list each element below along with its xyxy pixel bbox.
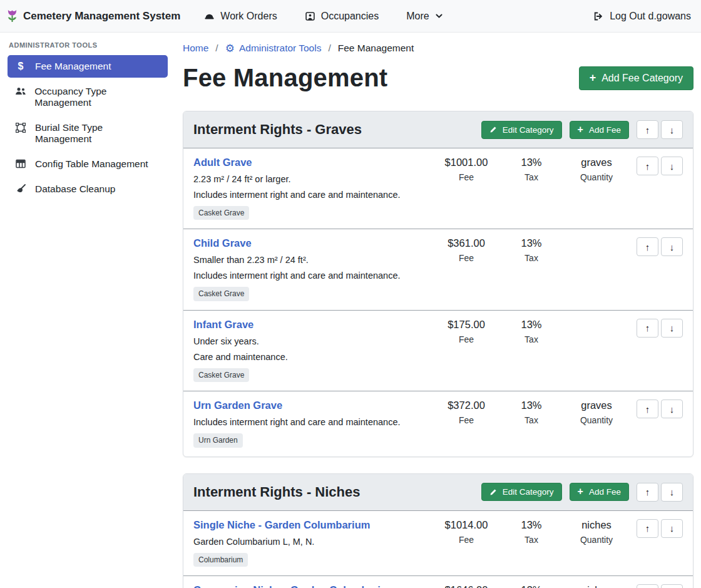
sidebar-item-burial-site-type-management[interactable]: Burial Site Type Management bbox=[8, 116, 168, 150]
nav-occupancies-label: Occupancies bbox=[321, 11, 379, 22]
sidebar-item-label: Occupancy Type Management bbox=[34, 86, 161, 108]
nav-more-label: More bbox=[406, 11, 429, 22]
move-category-down-button[interactable]: ↓ bbox=[661, 483, 683, 502]
fee-reorder: ↑ ↓ bbox=[629, 519, 683, 538]
tulip-logo-icon bbox=[6, 9, 18, 23]
fee-quantity: niches bbox=[564, 584, 629, 588]
move-category-up-button[interactable]: ↑ bbox=[637, 483, 658, 502]
fee-type-badge: Urn Garden bbox=[193, 433, 243, 447]
fee-name-link[interactable]: Adult Grave bbox=[193, 157, 252, 168]
chevron-down-icon bbox=[435, 12, 443, 20]
plus-icon: + bbox=[590, 73, 596, 83]
main-content: Home / ⚙ Administrator Tools / Fee Manag… bbox=[175, 33, 701, 588]
fee-row: Adult Grave 2.23 m² / 24 ft² or larger. … bbox=[183, 148, 693, 229]
move-fee-up-button[interactable]: ↑ bbox=[637, 319, 658, 338]
category-reorder: ↑ ↓ bbox=[637, 483, 683, 502]
fee-amount: $361.00 bbox=[434, 237, 499, 249]
sidebar-item-config-table-management[interactable]: Config Table Management bbox=[8, 153, 168, 175]
move-fee-down-button[interactable]: ↓ bbox=[661, 584, 683, 588]
fee-tax-cell: 13% Tax bbox=[499, 237, 564, 263]
fee-tax: 13% bbox=[499, 400, 564, 411]
fee-name-link[interactable]: Single Niche - Garden Columbarium bbox=[193, 519, 370, 531]
sidebar-item-fee-management[interactable]: $ Fee Management bbox=[8, 55, 168, 78]
fee-tax-cell: 13% Tax bbox=[499, 400, 564, 425]
fee-type-badge: Casket Grave bbox=[193, 287, 249, 301]
move-fee-up-button[interactable]: ↑ bbox=[637, 237, 658, 256]
logout-label: Log Out d.gowans bbox=[610, 11, 691, 22]
fee-name-link[interactable]: Urn Garden Grave bbox=[193, 400, 282, 411]
edit-category-button[interactable]: Edit Category bbox=[481, 483, 562, 501]
category-reorder: ↑ ↓ bbox=[637, 120, 683, 139]
sidebar-item-occupancy-type-management[interactable]: Occupancy Type Management bbox=[8, 80, 168, 114]
nav-work-orders[interactable]: Work Orders bbox=[204, 11, 277, 22]
fee-tax-label: Tax bbox=[499, 415, 564, 425]
fee-type-badge: Columbarium bbox=[193, 553, 248, 567]
move-fee-down-button[interactable]: ↓ bbox=[661, 157, 683, 175]
arrow-down-icon: ↓ bbox=[670, 523, 675, 534]
fee-row: Infant Grave Under six years. Care and m… bbox=[183, 310, 693, 391]
fee-amount-cell: $1001.00 Fee bbox=[434, 157, 499, 182]
breadcrumb-home-link[interactable]: Home bbox=[183, 43, 208, 54]
move-fee-down-button[interactable]: ↓ bbox=[661, 237, 683, 256]
fee-info: Urn Garden Grave Includes interment righ… bbox=[193, 400, 434, 447]
fee-type-badge: Casket Grave bbox=[193, 368, 249, 382]
move-fee-down-button[interactable]: ↓ bbox=[661, 319, 683, 338]
gear-icon: ⚙ bbox=[225, 43, 235, 54]
arrow-up-icon: ↑ bbox=[645, 487, 650, 497]
brand-link[interactable]: Cemetery Management System bbox=[6, 9, 180, 23]
add-fee-category-label: Add Fee Category bbox=[601, 73, 683, 84]
edit-category-button[interactable]: Edit Category bbox=[481, 121, 562, 139]
pencil-icon bbox=[489, 126, 497, 133]
move-fee-down-button[interactable]: ↓ bbox=[661, 400, 683, 418]
logout-link[interactable]: Log Out d.gowans bbox=[593, 11, 691, 22]
sidebar-item-label: Fee Management bbox=[35, 61, 111, 72]
arrow-down-icon: ↓ bbox=[670, 487, 675, 497]
add-fee-label: Add Fee bbox=[589, 487, 621, 497]
fee-type-badge: Casket Grave bbox=[193, 206, 249, 220]
add-fee-button[interactable]: + Add Fee bbox=[570, 121, 629, 139]
arrow-down-icon: ↓ bbox=[670, 404, 675, 415]
fee-reorder: ↑ ↓ bbox=[629, 400, 683, 418]
move-category-down-button[interactable]: ↓ bbox=[661, 120, 683, 139]
fee-description: 2.23 m² / 24 ft² or larger. bbox=[193, 174, 434, 184]
fee-amount-cell: $1014.00 Fee bbox=[434, 519, 499, 545]
move-fee-up-button[interactable]: ↑ bbox=[637, 584, 658, 588]
move-category-up-button[interactable]: ↑ bbox=[637, 120, 658, 139]
fee-quantity-cell: niches Quantity bbox=[564, 519, 629, 545]
fee-name-link[interactable]: Companion Niche - Garden Columbarium bbox=[193, 584, 396, 588]
move-fee-down-button[interactable]: ↓ bbox=[661, 519, 683, 538]
fee-amount-label: Fee bbox=[434, 535, 499, 545]
fee-tax: 13% bbox=[499, 157, 564, 168]
nav-occupancies[interactable]: Occupancies bbox=[305, 11, 379, 22]
fee-row: Single Niche - Garden Columbarium Garden… bbox=[183, 511, 693, 575]
move-fee-up-button[interactable]: ↑ bbox=[637, 157, 658, 175]
dollar-icon: $ bbox=[14, 61, 28, 71]
add-fee-category-button[interactable]: + Add Fee Category bbox=[579, 66, 693, 90]
move-fee-up-button[interactable]: ↑ bbox=[637, 400, 658, 418]
fee-name-link[interactable]: Infant Grave bbox=[193, 319, 253, 331]
breadcrumb-admin-tools-label: Administrator Tools bbox=[239, 43, 322, 54]
fee-reorder: ↑ ↓ bbox=[629, 584, 683, 588]
plus-icon: + bbox=[578, 487, 583, 496]
breadcrumb-admin-tools-link[interactable]: ⚙ Administrator Tools bbox=[225, 43, 322, 54]
fee-amount-cell: $175.00 Fee bbox=[434, 319, 499, 344]
category-actions: Edit Category + Add Fee ↑ ↓ bbox=[481, 483, 683, 502]
vector-square-icon bbox=[14, 123, 28, 133]
nav-more[interactable]: More bbox=[406, 11, 443, 22]
fee-info: Adult Grave 2.23 m² / 24 ft² or larger. … bbox=[193, 157, 434, 220]
edit-category-label: Edit Category bbox=[503, 487, 554, 497]
fee-amount-cell: $372.00 Fee bbox=[434, 400, 499, 425]
fee-amount-label: Fee bbox=[434, 253, 499, 263]
fee-description: Smaller than 2.23 m² / 24 ft². bbox=[193, 255, 434, 265]
add-fee-button[interactable]: + Add Fee bbox=[570, 483, 629, 501]
move-fee-up-button[interactable]: ↑ bbox=[637, 519, 658, 538]
page-title: Fee Management bbox=[183, 64, 387, 92]
fee-description: Under six years. bbox=[193, 336, 434, 346]
sidebar-item-database-cleanup[interactable]: Database Cleanup bbox=[8, 178, 168, 200]
fee-tax-cell: 13% Tax bbox=[499, 157, 564, 182]
arrow-up-icon: ↑ bbox=[645, 322, 650, 333]
fee-tax-label: Tax bbox=[499, 535, 564, 545]
fee-quantity: niches bbox=[564, 519, 629, 531]
fee-quantity-label: Quantity bbox=[564, 172, 629, 182]
fee-name-link[interactable]: Child Grave bbox=[193, 237, 252, 249]
